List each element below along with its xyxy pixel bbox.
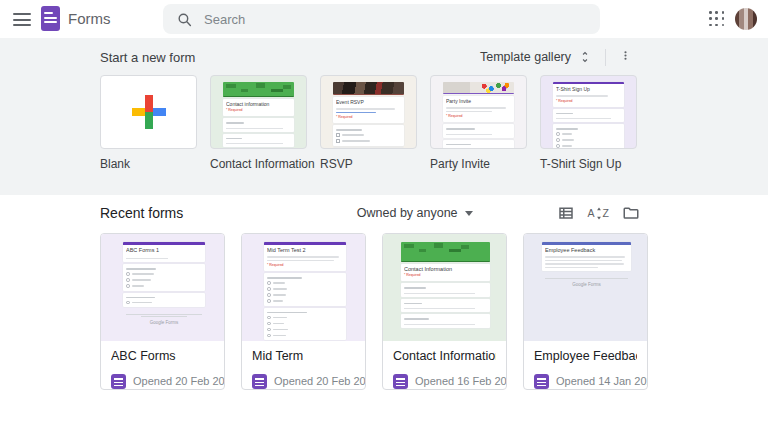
form-thumbnail: Employee Feedback Google Forms: [524, 234, 647, 341]
recent-forms-title: Recent forms: [100, 205, 183, 221]
menu-icon[interactable]: [13, 13, 31, 26]
dropdown-caret-icon: [465, 211, 473, 216]
template-thumbnail-blank: [100, 75, 197, 149]
template-label: Party Invite: [430, 157, 527, 171]
form-thumbnail: ABC Forms 1: [101, 234, 224, 341]
search-icon: [176, 11, 193, 28]
owned-by-filter-label: Owned by anyone: [357, 206, 458, 220]
template-label: Contact Information: [210, 157, 307, 171]
template-label: T-Shirt Sign Up: [540, 157, 637, 171]
opened-date: Opened 16 Feb 2021: [415, 375, 507, 387]
template-label: RSVP: [320, 157, 417, 171]
template-card-contact-information[interactable]: Contact information * Required Contact I…: [210, 75, 307, 171]
divider: [605, 49, 606, 66]
banner-image: [333, 82, 404, 95]
template-gallery-label: Template gallery: [480, 50, 571, 64]
account-avatar[interactable]: [735, 8, 757, 30]
template-card-tshirt-sign-up[interactable]: T-Shirt Sign Up * Required: [540, 75, 637, 171]
start-new-form-section: Start a new form Template gallery: [0, 38, 768, 195]
forms-file-icon: [111, 374, 126, 389]
template-thumbnail-contact: Contact information * Required: [210, 75, 307, 149]
template-thumbnail-tshirt: T-Shirt Sign Up * Required: [540, 75, 637, 149]
thumbnail-content: Event RSVP * Required: [333, 82, 404, 149]
forms-file-icon: [534, 374, 549, 389]
opened-date: Opened 20 Feb 2021: [133, 375, 225, 387]
recent-form-card-employee-feedback[interactable]: Employee Feedback Google Forms Em: [523, 233, 648, 390]
search-bar[interactable]: [163, 4, 600, 34]
template-label: Blank: [100, 157, 197, 171]
thumbnail-content: Mid Term Test 2 * Required: [264, 242, 346, 341]
thumbnail-content: Employee Feedback Google Forms: [542, 242, 631, 288]
owned-by-filter-dropdown[interactable]: Owned by anyone: [357, 206, 473, 220]
forms-logo-icon[interactable]: [41, 6, 60, 31]
banner-image: [401, 242, 490, 262]
banner-image: [443, 82, 514, 94]
forms-file-icon: [393, 374, 408, 389]
forms-file-icon: [252, 374, 267, 389]
template-gallery-button[interactable]: Template gallery: [478, 47, 594, 67]
recent-forms-section: Recent forms Owned by anyone A Z: [0, 195, 768, 390]
template-card-rsvp[interactable]: Event RSVP * Required: [320, 75, 417, 171]
thumbnail-content: ABC Forms 1: [123, 242, 205, 326]
thumbnail-content: Contact Information * Required: [401, 242, 490, 328]
recent-form-card-abc-forms[interactable]: ABC Forms 1: [100, 233, 225, 390]
banner-image: [223, 82, 294, 97]
template-thumbnail-party: Party Invite * Required: [430, 75, 527, 149]
form-title: Employee Feedback: [534, 349, 637, 363]
sort-az-icon[interactable]: A Z: [588, 207, 609, 220]
form-title: ABC Forms: [111, 349, 214, 363]
form-thumbnail: Contact Information * Required: [383, 234, 506, 341]
unfold-more-icon: [578, 50, 592, 64]
opened-date: Opened 20 Feb 2021: [274, 375, 366, 387]
thumbnail-content: T-Shirt Sign Up * Required: [553, 82, 624, 149]
form-title: Mid Term: [252, 349, 355, 363]
open-file-picker-folder-icon[interactable]: [622, 204, 640, 222]
recent-form-card-mid-term[interactable]: Mid Term Test 2 * Required: [241, 233, 366, 390]
template-list: Blank Contact information * Required: [100, 75, 648, 171]
templates-more-menu-icon[interactable]: [617, 46, 634, 68]
template-thumbnail-rsvp: Event RSVP * Required: [320, 75, 417, 149]
recent-form-card-contact-information[interactable]: Contact Information * Required Contact I…: [382, 233, 507, 390]
thumbnail-content: Contact information * Required: [223, 82, 294, 149]
search-input[interactable]: [204, 12, 534, 27]
google-plus-icon: [132, 95, 166, 129]
google-apps-grid-icon[interactable]: [709, 11, 725, 27]
app-title: Forms: [68, 10, 111, 27]
form-thumbnail: Mid Term Test 2 * Required: [242, 234, 365, 341]
top-app-bar: Forms: [0, 0, 768, 38]
thumbnail-content: Party Invite * Required: [443, 82, 514, 149]
list-view-icon[interactable]: [557, 204, 575, 222]
template-card-blank[interactable]: Blank: [100, 75, 197, 171]
recent-forms-list: ABC Forms 1: [100, 233, 648, 390]
opened-date: Opened 14 Jan 2021: [556, 375, 648, 387]
start-new-form-title: Start a new form: [100, 50, 195, 65]
template-card-party-invite[interactable]: Party Invite * Required: [430, 75, 527, 171]
form-title: Contact Information: [393, 349, 496, 363]
